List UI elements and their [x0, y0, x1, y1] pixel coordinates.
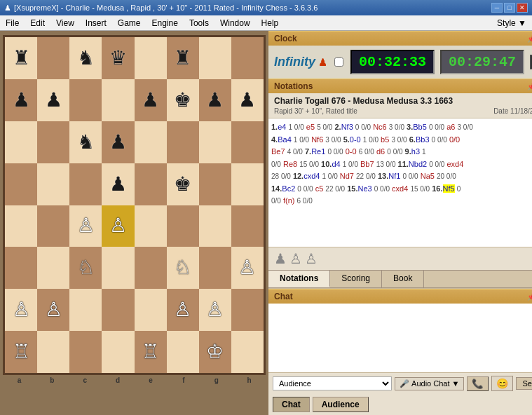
close-button[interactable]: ✕	[517, 3, 528, 13]
chat-tab-button[interactable]: Chat	[273, 397, 310, 412]
board-cell[interactable]: ♙	[231, 247, 264, 289]
board-cell[interactable]	[135, 289, 167, 331]
board-cell[interactable]	[135, 247, 167, 289]
clock-checkbox[interactable]	[334, 57, 343, 67]
board-cell[interactable]: ♚	[167, 163, 199, 205]
board-cell[interactable]: ♞	[69, 37, 102, 79]
board-cell[interactable]	[37, 205, 69, 247]
board-cell[interactable]: ♙	[199, 289, 231, 331]
board-cell[interactable]	[37, 331, 69, 373]
chess-piece: ♘	[174, 258, 191, 278]
board-cell[interactable]: ♖	[5, 331, 37, 373]
chess-piece: ♚	[174, 175, 191, 194]
board-cell[interactable]	[102, 331, 134, 373]
board-cell[interactable]	[199, 121, 231, 163]
board-cell[interactable]: ♟	[199, 79, 231, 121]
board-cell[interactable]	[69, 79, 102, 121]
menu-window[interactable]: Window	[214, 17, 256, 29]
board-cell[interactable]	[135, 205, 167, 247]
chat-pin-icon[interactable]: 📌	[527, 293, 532, 301]
board-cell[interactable]: ♘	[167, 247, 199, 289]
board-cell[interactable]	[135, 163, 167, 205]
maximize-button[interactable]: □	[504, 3, 515, 13]
board-cell[interactable]	[37, 247, 69, 289]
board-cell[interactable]: ♜	[5, 37, 37, 79]
tab-notations[interactable]: Notations	[268, 271, 330, 287]
chess-piece: ♟	[45, 90, 62, 110]
menu-file[interactable]: File	[0, 17, 25, 29]
menu-style[interactable]: Style ▼	[491, 17, 532, 29]
board-cell[interactable]	[135, 121, 167, 163]
board-cell[interactable]: ♘	[69, 247, 102, 289]
menu-edit[interactable]: Edit	[25, 17, 50, 29]
board-cell[interactable]: ♛	[102, 37, 134, 79]
audience-select[interactable]: Audience Players All	[273, 376, 392, 390]
menu-game[interactable]: Game	[112, 17, 146, 29]
menu-insert[interactable]: Insert	[80, 17, 112, 29]
board-cell[interactable]: ♔	[199, 331, 231, 373]
tab-scoring[interactable]: Scoring	[330, 271, 382, 287]
board-cell[interactable]: ♟	[231, 79, 264, 121]
notation-meta-right: Date 11/18/2011	[493, 107, 532, 115]
clock-pin-icon[interactable]: 📌	[527, 35, 532, 43]
board-cell[interactable]	[69, 289, 102, 331]
board-cell[interactable]	[5, 121, 37, 163]
phone-button[interactable]: 📞	[467, 376, 489, 391]
board-cell[interactable]	[37, 37, 69, 79]
board-cell[interactable]: ♙	[167, 289, 199, 331]
board-cell[interactable]	[5, 247, 37, 289]
board-cell[interactable]	[37, 163, 69, 205]
board-cell[interactable]: ♚	[167, 79, 199, 121]
board-cell[interactable]	[231, 289, 264, 331]
chess-board[interactable]: ♜♞♛♜♟♟♟♚♟♟♞♟♟♚♙♙♘♘♙♙♙♙♙♖♖♔	[5, 37, 264, 373]
board-cell[interactable]: ♟	[37, 79, 69, 121]
menu-view[interactable]: View	[50, 17, 80, 29]
board-cell[interactable]: ♞	[69, 121, 102, 163]
board-cell[interactable]: ♙	[102, 205, 134, 247]
board-cell[interactable]	[167, 121, 199, 163]
board-cell[interactable]	[231, 121, 264, 163]
menu-tools[interactable]: Tools	[184, 17, 214, 29]
audience-tab-button[interactable]: Audience	[313, 397, 369, 412]
notations-pin-icon[interactable]: 📌	[527, 83, 532, 90]
board-cell[interactable]	[102, 289, 134, 331]
board-cell[interactable]	[167, 331, 199, 373]
smiley-button[interactable]: 😊	[491, 376, 513, 391]
board-cell[interactable]	[231, 163, 264, 205]
board-cell[interactable]	[69, 163, 102, 205]
microphone-icon: 🎤	[400, 379, 409, 388]
board-cell[interactable]	[199, 37, 231, 79]
board-cell[interactable]	[5, 163, 37, 205]
board-cell[interactable]	[231, 205, 264, 247]
audio-chat-button[interactable]: 🎤 Audio Chat ▼	[395, 377, 464, 390]
board-cell[interactable]	[231, 331, 264, 373]
board-cell[interactable]	[102, 247, 134, 289]
chess-piece: ♙	[109, 216, 127, 236]
menu-help[interactable]: Help	[256, 17, 285, 29]
board-cell[interactable]: ♙	[5, 289, 37, 331]
board-cell[interactable]: ♖	[135, 331, 167, 373]
board-cell[interactable]	[231, 37, 264, 79]
board-cell[interactable]: ♙	[69, 205, 102, 247]
board-cell[interactable]: ♜	[167, 37, 199, 79]
board-cell[interactable]	[199, 247, 231, 289]
board-cell[interactable]	[69, 331, 102, 373]
minimize-button[interactable]: ─	[491, 3, 503, 13]
send-button[interactable]: Send	[516, 377, 532, 390]
board-cell[interactable]	[37, 121, 69, 163]
board-cell[interactable]	[199, 163, 231, 205]
board-cell[interactable]: ♟	[102, 121, 134, 163]
board-cell[interactable]: ♟	[135, 79, 167, 121]
clock-header: Clock 📌 ✕	[268, 31, 532, 46]
board-cell[interactable]: ♟	[5, 79, 37, 121]
menu-engine[interactable]: Engine	[146, 17, 184, 29]
moves-area[interactable]: 1.e4 1 0/0 e5 5 0/0 2.Nf3 0 0/0 Nc6 3 0/…	[268, 118, 532, 247]
board-cell[interactable]	[167, 205, 199, 247]
board-cell[interactable]	[135, 37, 167, 79]
board-cell[interactable]: ♟	[102, 163, 134, 205]
board-cell[interactable]	[102, 79, 134, 121]
tab-book[interactable]: Book	[382, 271, 424, 287]
board-cell[interactable]: ♙	[37, 289, 69, 331]
board-cell[interactable]	[199, 205, 231, 247]
board-cell[interactable]	[5, 205, 37, 247]
